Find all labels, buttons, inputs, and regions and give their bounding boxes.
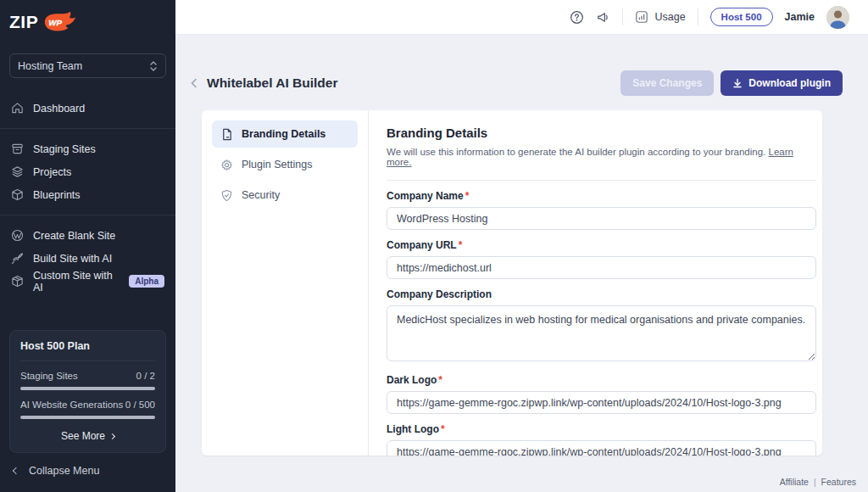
features-link[interactable]: Features [821,477,856,487]
plan-title: Host 500 Plan [20,340,155,361]
select-chevrons-icon [149,60,158,72]
tab-plugin-settings[interactable]: Plugin Settings [212,151,358,178]
tab-security[interactable]: Security [212,182,358,209]
layers-icon [11,165,24,178]
wordpress-icon [11,229,24,242]
sidebar-item-blueprints[interactable]: Blueprints [0,183,175,206]
collapse-menu-button[interactable]: Collapse Menu [0,465,175,492]
package-icon [11,275,24,288]
back-button[interactable] [188,77,200,89]
sidebar-item-build-site-with-ai[interactable]: Build Site with AI [0,247,175,270]
sidebar-item-label: Blueprints [33,189,81,201]
sidebar-divider [0,215,175,215]
user-name: Jamie [785,11,815,23]
meter-label: AI Website Generations [20,400,123,410]
cube-icon [11,188,24,201]
chevron-right-icon [109,433,115,439]
plan-badge[interactable]: Host 500 [710,8,773,26]
sidebar-item-label: Build Site with AI [33,253,112,265]
sidebar-item-label: Create Blank Site [33,230,115,242]
see-more-link[interactable]: See More [20,430,155,442]
tab-label: Security [242,189,280,201]
sidebar-item-create-blank-site[interactable]: Create Blank Site [0,224,175,247]
zipwp-flame-icon: WP [42,11,79,33]
collapse-menu-label: Collapse Menu [29,465,99,477]
download-icon [732,78,743,88]
sidebar-item-staging-sites[interactable]: Staging Sites [0,137,175,160]
company-description-textarea[interactable]: MedicHost specializes in web hosting for… [387,305,816,361]
topbar-divider [698,8,698,25]
tab-label: Branding Details [242,128,326,140]
sidebar-nav: Dashboard Staging Sites Projects Bluepri… [0,97,175,293]
meter-label: Staging Sites [20,371,78,381]
settings-nav: Branding Details Plugin Settings Securit… [202,110,369,456]
rocket-icon [11,252,24,265]
svg-text:WP: WP [49,18,63,27]
affiliate-link[interactable]: Affiliate [780,477,809,487]
topbar: Usage Host 500 Jamie [175,0,868,35]
progress-bar [20,416,155,419]
usage-button[interactable]: Usage [635,10,685,24]
company-url-group: Company URL* [387,239,816,279]
announcements-icon[interactable] [596,10,610,25]
company-name-input[interactable] [387,207,816,230]
required-marker: * [459,239,463,251]
ai-generations-meter: AI Website Generations 0 / 500 [20,400,155,419]
sidebar-divider [0,128,175,129]
meter-value: 0 / 500 [125,400,155,410]
save-changes-button[interactable]: Save Changes [620,70,714,96]
dark-logo-input[interactable] [387,391,816,414]
team-selector[interactable]: Hosting Team [9,53,166,78]
sidebar-item-label: Staging Sites [33,143,96,155]
shield-icon [220,189,233,202]
company-description-group: Company Description MedicHost specialize… [387,288,816,365]
staging-sites-meter: Staging Sites 0 / 2 [20,371,155,390]
company-name-group: Company Name* [387,190,816,230]
staging-icon [11,143,24,155]
team-selector-value: Hosting Team [18,60,82,72]
dark-logo-group: Dark Logo* [387,374,816,414]
company-description-label: Company Description [387,288,816,300]
form-heading: Branding Details [387,126,816,140]
page-header: Whitelabel AI Builder Save Changes Downl… [188,70,843,96]
alpha-badge: Alpha [129,275,164,288]
company-name-label: Company Name* [387,190,816,202]
avatar[interactable] [826,6,849,29]
required-marker: * [441,423,445,435]
gear-icon [220,159,233,171]
company-url-label: Company URL* [387,239,816,251]
document-icon [220,128,233,141]
meter-value: 0 / 2 [136,371,155,381]
brand-logo-text: ZIP [9,12,38,32]
light-logo-input[interactable] [387,440,816,456]
required-marker: * [465,190,470,202]
form-divider [387,180,816,181]
download-plugin-button[interactable]: Download plugin [721,70,843,96]
dark-logo-label: Dark Logo* [387,374,816,386]
page-title: Whitelabel AI Builder [207,75,337,91]
topbar-divider [622,8,623,25]
tab-label: Plugin Settings [242,159,312,171]
footer-links: Affiliate | Features [780,477,856,487]
sidebar-item-custom-site-with-ai[interactable]: Custom Site with AI Alpha [0,270,175,293]
light-logo-label: Light Logo* [387,423,816,435]
brand-logo[interactable]: ZIP WP [0,0,175,36]
whitelabel-settings-card: Branding Details Plugin Settings Securit… [202,110,822,456]
sidebar-item-label: Projects [33,166,71,178]
sidebar-item-label: Dashboard [33,103,85,115]
light-logo-group: Light Logo* [387,423,816,456]
content-area: Whitelabel AI Builder Save Changes Downl… [175,35,868,492]
company-url-input[interactable] [387,256,816,279]
footer-separator: | [814,478,816,487]
usage-chart-icon [635,10,648,24]
help-icon[interactable] [570,10,584,25]
main-area: Usage Host 500 Jamie Whitelabel AI Build… [175,0,868,492]
tab-branding-details[interactable]: Branding Details [212,120,358,148]
progress-bar [20,387,155,390]
sidebar-item-dashboard[interactable]: Dashboard [0,97,175,120]
branding-form: Branding Details We will use this inform… [369,110,822,456]
form-description: We will use this information to generate… [387,147,816,167]
sidebar: ZIP WP Hosting Team Dashboard Staging Si… [0,0,175,492]
sidebar-item-projects[interactable]: Projects [0,160,175,183]
usage-label: Usage [654,11,685,23]
